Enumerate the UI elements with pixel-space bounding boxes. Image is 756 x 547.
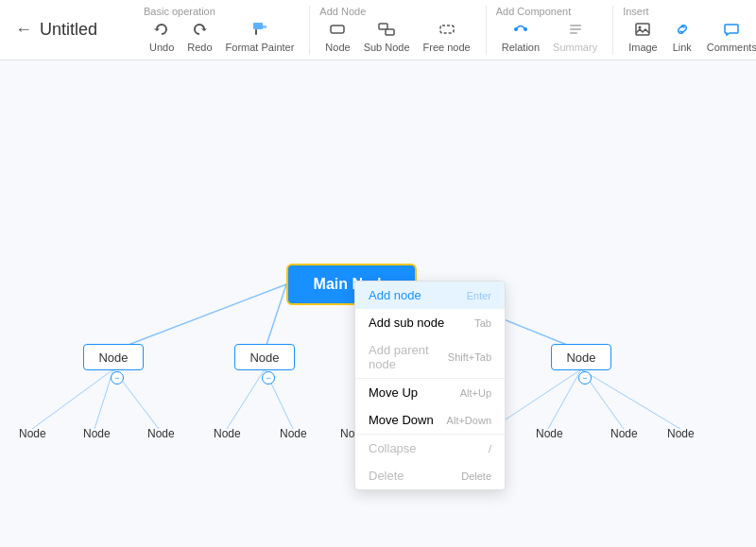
ctx-delete[interactable]: Delete Delete: [355, 462, 505, 489]
toolbar-group-component: Add Component Relation Summary: [487, 6, 613, 55]
ctx-collapse[interactable]: Collapse /: [355, 435, 505, 462]
ctx-collapse-shortcut: /: [489, 443, 491, 454]
image-button[interactable]: Image: [623, 19, 663, 55]
svg-line-23: [113, 284, 286, 350]
ctx-delete-shortcut: Delete: [461, 470, 491, 482]
relation-button[interactable]: Relation: [496, 19, 545, 55]
node-level1-left1[interactable]: Node: [83, 344, 144, 370]
image-label: Image: [628, 42, 658, 53]
group-label-basic: Basic operation: [144, 6, 215, 17]
group-items-basic: Undo Redo Format Painter: [144, 19, 300, 55]
ctx-add-sub-node-shortcut: Tab: [474, 317, 491, 329]
ctx-collapse-label: Collapse: [369, 441, 417, 455]
free-node-label: Free node: [423, 42, 471, 53]
svg-rect-0: [253, 23, 263, 29]
node-label: Node: [325, 42, 350, 53]
format-painter-label: Format Painter: [226, 42, 295, 53]
node-button[interactable]: Node: [319, 19, 355, 55]
comments-icon: [723, 21, 740, 41]
ctx-add-sub-node[interactable]: Add sub node Tab: [355, 309, 505, 336]
free-node-button[interactable]: Free node: [418, 19, 476, 55]
group-label-addnode: Add Node: [319, 6, 366, 17]
ctx-move-down-shortcut: Alt+Down: [447, 415, 491, 426]
bottom-node-8[interactable]: Node: [536, 427, 563, 440]
summary-label: Summary: [553, 42, 597, 53]
canvas[interactable]: Main Node Node − Node − Node − Node Node…: [0, 60, 756, 547]
svg-line-26: [32, 369, 113, 429]
group-items-addnode: Node Sub Node Free node: [319, 19, 475, 55]
context-menu: Add node Enter Add sub node Tab Add pare…: [354, 281, 506, 490]
redo-button[interactable]: Redo: [181, 19, 217, 55]
svg-rect-8: [570, 25, 581, 26]
ctx-add-node-shortcut: Enter: [467, 290, 491, 301]
svg-line-29: [227, 369, 265, 429]
group-label-component: Add Component: [496, 6, 572, 17]
group-items-insert: Image Link Comments: [623, 19, 756, 55]
undo-icon: [153, 21, 170, 41]
svg-rect-4: [386, 29, 394, 35]
link-button[interactable]: Link: [665, 19, 699, 55]
toolbar: ← Untitled Basic operation Undo Redo: [0, 0, 756, 60]
link-label: Link: [673, 42, 692, 53]
ctx-move-up[interactable]: Move Up Alt+Up: [355, 379, 505, 406]
comments-label: Comments: [707, 42, 756, 53]
collapse-dot-right1[interactable]: −: [578, 371, 592, 385]
svg-rect-10: [570, 32, 577, 34]
svg-point-6: [514, 27, 518, 31]
bottom-node-10[interactable]: Node: [667, 427, 695, 440]
undo-button[interactable]: Undo: [144, 19, 180, 55]
relation-label: Relation: [502, 42, 540, 53]
summary-icon: [567, 21, 584, 41]
format-painter-button[interactable]: Format Painter: [220, 19, 301, 55]
comments-button[interactable]: Comments: [701, 19, 756, 55]
toolbar-group-basic: Basic operation Undo Redo: [134, 6, 310, 55]
collapse-dot-left2[interactable]: −: [262, 371, 275, 385]
ctx-add-parent-node-shortcut: Shift+Tab: [448, 351, 491, 363]
node-level1-left2[interactable]: Node: [234, 344, 295, 370]
ctx-add-node-label: Add node: [369, 288, 421, 302]
toolbar-group-insert: Insert Image Link: [613, 6, 756, 55]
bottom-node-2[interactable]: Node: [83, 427, 111, 440]
sub-node-label: Sub Node: [364, 42, 410, 53]
ctx-delete-label: Delete: [369, 469, 404, 483]
bottom-node-4[interactable]: Node: [214, 427, 241, 440]
toolbar-group-addnode: Add Node Node Sub Node: [310, 6, 486, 55]
node-level1-right1[interactable]: Node: [551, 344, 611, 370]
bottom-node-3[interactable]: Node: [147, 427, 175, 440]
ctx-add-sub-node-label: Add sub node: [369, 316, 444, 330]
svg-line-24: [265, 284, 286, 350]
link-icon: [674, 21, 691, 41]
ctx-move-down[interactable]: Move Down Alt+Down: [355, 406, 505, 434]
sub-node-button[interactable]: Sub Node: [358, 19, 416, 55]
undo-label: Undo: [149, 42, 174, 53]
ctx-add-parent-node[interactable]: Add parent node Shift+Tab: [355, 336, 505, 378]
ctx-move-down-label: Move Down: [369, 413, 434, 427]
bottom-node-5[interactable]: Node: [280, 427, 307, 440]
svg-rect-5: [440, 26, 454, 33]
format-painter-icon: [251, 21, 268, 41]
redo-icon: [191, 21, 208, 41]
redo-label: Redo: [187, 42, 212, 53]
ctx-move-up-label: Move Up: [369, 385, 418, 400]
document-title: Untitled: [40, 20, 115, 40]
svg-rect-2: [331, 26, 344, 33]
svg-line-34: [581, 369, 680, 429]
svg-rect-3: [379, 24, 387, 29]
group-label-insert: Insert: [623, 6, 649, 17]
back-button[interactable]: ←: [8, 16, 40, 43]
collapse-dot-left1[interactable]: −: [111, 371, 124, 385]
bottom-node-9[interactable]: Node: [610, 427, 638, 440]
svg-rect-11: [636, 24, 649, 35]
svg-point-7: [524, 27, 527, 31]
ctx-add-node[interactable]: Add node Enter: [355, 282, 505, 309]
summary-button[interactable]: Summary: [547, 19, 603, 55]
svg-rect-9: [570, 28, 581, 30]
bottom-node-1[interactable]: Node: [19, 427, 46, 440]
sub-node-icon: [378, 21, 395, 41]
toolbar-groups: Basic operation Undo Redo: [134, 6, 756, 55]
free-node-icon: [438, 21, 455, 41]
ctx-move-up-shortcut: Alt+Up: [460, 387, 491, 399]
node-icon: [329, 21, 346, 41]
relation-icon: [512, 21, 529, 41]
group-items-component: Relation Summary: [496, 19, 603, 55]
